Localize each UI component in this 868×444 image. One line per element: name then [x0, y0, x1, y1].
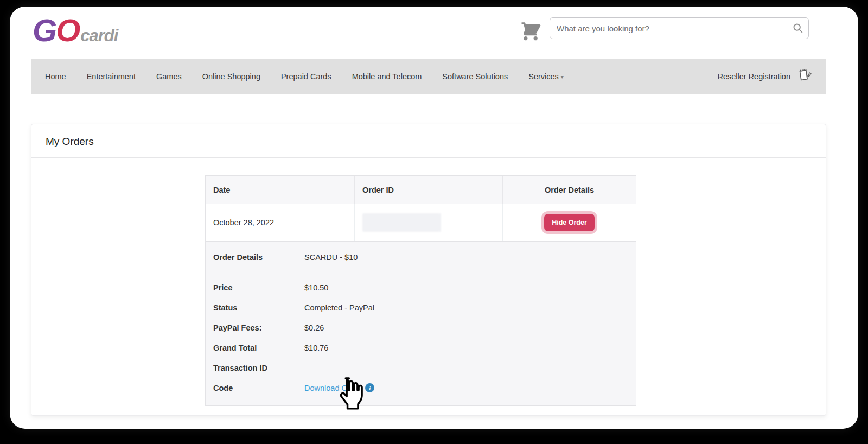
- logo-letter-o: O: [56, 12, 79, 48]
- nav-item-services-label: Services: [528, 72, 559, 81]
- info-icon[interactable]: i: [365, 383, 374, 392]
- detail-value: Download Code i: [304, 383, 374, 392]
- detail-row-order-details: Order Details SCARDU - $10: [206, 247, 636, 267]
- detail-value: SCARDU - $10: [304, 253, 358, 262]
- detail-row-code: Code Download Code i: [206, 378, 636, 398]
- order-id-redacted-blur: [362, 213, 441, 232]
- nav-item-software-solutions[interactable]: Software Solutions: [442, 72, 508, 81]
- detail-label: Transaction ID: [206, 364, 304, 372]
- reseller-registration-label: Reseller Registration: [717, 72, 790, 81]
- detail-label: Price: [206, 283, 304, 292]
- hide-order-button[interactable]: Hide Order: [544, 214, 595, 231]
- nav-item-home[interactable]: Home: [45, 72, 66, 81]
- detail-label: Status: [206, 303, 304, 312]
- order-action-cell: Hide Order: [503, 204, 636, 241]
- my-orders-card: My Orders Date Order ID Order Details Oc…: [31, 124, 826, 416]
- cart-icon: [519, 35, 542, 44]
- search-input[interactable]: [550, 24, 788, 33]
- column-header-order-id: Order ID: [355, 176, 503, 204]
- nav-item-mobile-and-telecom[interactable]: Mobile and Telecom: [352, 72, 422, 81]
- nav-item-entertainment[interactable]: Entertainment: [87, 72, 136, 81]
- column-header-date: Date: [206, 176, 355, 204]
- detail-row-status: Status Completed - PayPal: [206, 297, 636, 318]
- nav-item-reseller-registration[interactable]: Reseller Registration: [717, 68, 812, 86]
- cart-button[interactable]: [519, 18, 544, 43]
- logo-letter-g: G: [33, 12, 56, 48]
- detail-value: $10.50: [304, 283, 328, 292]
- detail-row-grand-total: Grand Total $10.76: [206, 338, 636, 358]
- main-nav: Home Entertainment Games Online Shopping…: [31, 59, 826, 94]
- site-logo[interactable]: GOcardi: [33, 11, 118, 58]
- detail-row-paypal-fees: PayPal Fees: $0.26: [206, 318, 636, 338]
- table-row: October 28, 2022 Hide Order: [206, 204, 636, 242]
- detail-label: Order Details: [206, 253, 304, 262]
- detail-label: Grand Total: [206, 344, 304, 352]
- nav-item-online-shopping[interactable]: Online Shopping: [202, 72, 260, 81]
- divider: [31, 157, 826, 158]
- logo-suffix: cardi: [80, 26, 118, 45]
- orders-table: Date Order ID Order Details October 28, …: [205, 175, 636, 406]
- page-title: My Orders: [31, 124, 826, 157]
- table-header-row: Date Order ID Order Details: [206, 176, 636, 204]
- detail-label: Code: [206, 384, 304, 392]
- search-box: [550, 17, 809, 39]
- order-date-cell: October 28, 2022: [206, 204, 355, 241]
- search-icon[interactable]: [788, 18, 808, 39]
- detail-value: $10.76: [304, 344, 328, 352]
- order-id-cell: [355, 204, 503, 241]
- detail-label: PayPal Fees:: [206, 324, 304, 332]
- column-header-order-details: Order Details: [503, 176, 636, 204]
- detail-value: $0.26: [304, 324, 324, 332]
- detail-value: Completed - PayPal: [304, 303, 374, 312]
- download-code-link[interactable]: Download Code: [304, 384, 360, 392]
- nav-item-services[interactable]: Services▾: [528, 72, 564, 81]
- detail-row-transaction-id: Transaction ID: [206, 358, 636, 378]
- notepad-pencil-icon: [796, 68, 812, 86]
- page: GOcardi Home Entertainment Games Online …: [10, 7, 858, 429]
- nav-item-prepaid-cards[interactable]: Prepaid Cards: [281, 72, 331, 81]
- chevron-down-icon: ▾: [561, 74, 564, 80]
- nav-item-games[interactable]: Games: [156, 72, 182, 81]
- order-details-panel: Order Details SCARDU - $10 Price $10.50 …: [206, 242, 636, 405]
- detail-row-price: Price $10.50: [206, 277, 636, 297]
